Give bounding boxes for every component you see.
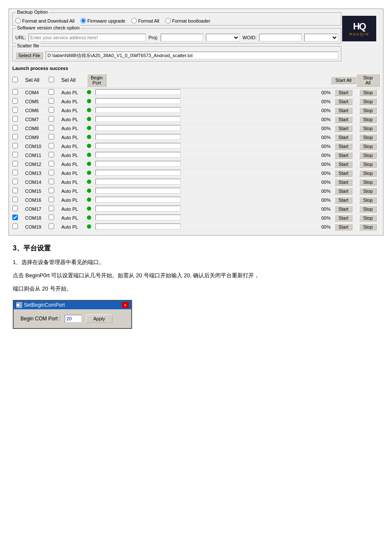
url-input[interactable]	[29, 34, 146, 41]
start-col-2[interactable]: Start	[331, 107, 356, 114]
com-checkbox-13[interactable]	[12, 206, 18, 211]
auto-check-col-5[interactable]	[49, 134, 61, 141]
start-col-14[interactable]: Start	[331, 215, 356, 221]
start-col-9[interactable]: Start	[331, 170, 356, 177]
start-col-13[interactable]: Start	[331, 206, 356, 212]
auto-checkbox-13[interactable]	[49, 206, 54, 211]
stop-button-0[interactable]: Stop	[359, 89, 377, 96]
com-checkbox-10[interactable]	[12, 179, 18, 184]
stop-col-7[interactable]: Stop	[356, 152, 380, 159]
stop-col-12[interactable]: Stop	[356, 197, 380, 203]
com-checkbox-12[interactable]	[12, 197, 18, 202]
stop-col-13[interactable]: Stop	[356, 206, 380, 212]
com-checkbox-8[interactable]	[12, 161, 18, 166]
auto-checkbox-3[interactable]	[49, 116, 54, 122]
com-checkbox-7[interactable]	[12, 152, 18, 157]
radio-format-all-input[interactable]	[131, 18, 137, 23]
woid-dropdown[interactable]	[304, 34, 338, 41]
start-button-3[interactable]: Start	[334, 116, 352, 123]
start-col-0[interactable]: Start	[331, 89, 356, 96]
start-col-15[interactable]: Start	[331, 224, 356, 230]
auto-check-col-14[interactable]	[49, 215, 61, 221]
start-col-3[interactable]: Start	[331, 116, 356, 123]
stop-all-col[interactable]: Stop All	[356, 74, 380, 87]
com-checkbox-15[interactable]	[12, 224, 18, 229]
sel-all2-checkbox[interactable]	[49, 77, 54, 82]
start-button-10[interactable]: Start	[334, 179, 352, 186]
sel-all2-check-col[interactable]	[49, 77, 61, 84]
com-check-col-7[interactable]	[12, 152, 25, 159]
stop-col-1[interactable]: Stop	[356, 98, 380, 105]
stop-col-0[interactable]: Stop	[356, 89, 380, 96]
start-col-5[interactable]: Start	[331, 134, 356, 141]
com-check-col-0[interactable]	[12, 89, 25, 96]
com-check-col-13[interactable]	[12, 206, 25, 212]
auto-checkbox-14[interactable]	[49, 215, 54, 220]
stop-col-6[interactable]: Stop	[356, 143, 380, 150]
stop-col-15[interactable]: Stop	[356, 224, 380, 230]
com-check-col-1[interactable]	[12, 98, 25, 105]
com-check-col-8[interactable]	[12, 161, 25, 168]
auto-check-col-7[interactable]	[49, 152, 61, 159]
stop-button-1[interactable]: Stop	[359, 98, 377, 105]
stop-button-11[interactable]: Stop	[359, 188, 377, 195]
start-button-9[interactable]: Start	[334, 170, 352, 177]
com-check-col-9[interactable]	[12, 170, 25, 177]
start-button-12[interactable]: Start	[334, 197, 352, 203]
com-check-col-14[interactable]	[12, 215, 25, 221]
com-checkbox-9[interactable]	[12, 170, 18, 175]
auto-checkbox-2[interactable]	[49, 107, 54, 113]
radio-firmware-upgrade-input[interactable]	[81, 18, 86, 23]
sel-all-checkbox[interactable]	[12, 77, 18, 82]
auto-check-col-1[interactable]	[49, 98, 61, 105]
auto-check-col-12[interactable]	[49, 197, 61, 203]
com-check-col-5[interactable]	[12, 134, 25, 141]
start-button-11[interactable]: Start	[334, 188, 352, 195]
stop-col-11[interactable]: Stop	[356, 188, 380, 195]
start-button-13[interactable]: Start	[334, 206, 352, 212]
start-all-col[interactable]: Start All	[331, 76, 356, 84]
begin-port-button[interactable]: Begin Port	[87, 74, 107, 87]
start-col-4[interactable]: Start	[331, 125, 356, 132]
com-check-col-11[interactable]	[12, 188, 25, 195]
stop-button-12[interactable]: Stop	[359, 197, 377, 203]
auto-check-col-3[interactable]	[49, 116, 61, 123]
start-col-1[interactable]: Start	[331, 98, 356, 105]
auto-checkbox-6[interactable]	[49, 143, 54, 148]
radio-firmware-upgrade[interactable]: Firmware upgrade	[81, 18, 125, 23]
com-checkbox-11[interactable]	[12, 188, 18, 193]
stop-col-9[interactable]: Stop	[356, 170, 380, 177]
sel-all-check-col[interactable]	[12, 77, 25, 84]
stop-all-button[interactable]: Stop All	[356, 74, 380, 87]
proj-dropdown[interactable]	[206, 34, 240, 41]
start-all-button[interactable]: Start All	[331, 76, 356, 84]
start-button-8[interactable]: Start	[334, 161, 352, 168]
start-button-1[interactable]: Start	[334, 98, 352, 105]
auto-check-col-6[interactable]	[49, 143, 61, 150]
radio-format-bootloader-input[interactable]	[165, 18, 171, 23]
com-checkbox-2[interactable]	[12, 107, 18, 113]
dialog-close-button[interactable]: ×	[122, 302, 129, 308]
com-check-col-2[interactable]	[12, 107, 25, 114]
auto-checkbox-10[interactable]	[49, 179, 54, 184]
auto-check-col-0[interactable]	[49, 89, 61, 96]
radio-format-download-all[interactable]: Format and Download All	[15, 18, 75, 23]
apply-button[interactable]: Apply	[86, 314, 112, 323]
auto-checkbox-5[interactable]	[49, 134, 54, 139]
auto-checkbox-1[interactable]	[49, 98, 54, 104]
proj-input[interactable]	[161, 34, 203, 41]
com-checkbox-5[interactable]	[12, 134, 18, 139]
auto-checkbox-8[interactable]	[49, 161, 54, 166]
stop-col-4[interactable]: Stop	[356, 125, 380, 132]
radio-format-download-all-input[interactable]	[15, 18, 21, 23]
stop-col-2[interactable]: Stop	[356, 107, 380, 114]
start-col-12[interactable]: Start	[331, 197, 356, 203]
auto-checkbox-7[interactable]	[49, 152, 54, 157]
start-button-15[interactable]: Start	[334, 224, 352, 230]
start-col-11[interactable]: Start	[331, 188, 356, 195]
com-checkbox-14[interactable]	[12, 215, 18, 220]
com-checkbox-1[interactable]	[12, 98, 18, 104]
com-check-col-15[interactable]	[12, 224, 25, 230]
stop-button-13[interactable]: Stop	[359, 206, 377, 212]
start-col-7[interactable]: Start	[331, 152, 356, 159]
